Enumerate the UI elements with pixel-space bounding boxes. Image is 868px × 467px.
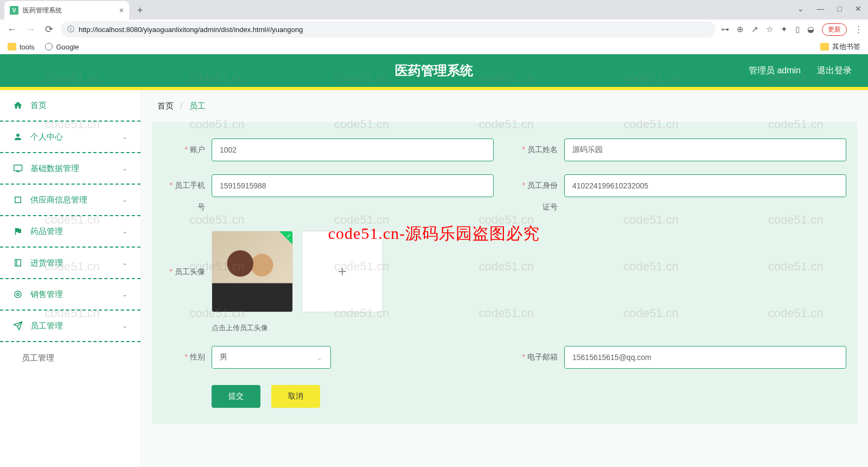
menu-icon[interactable]: ⋮ (854, 24, 863, 34)
book-icon (13, 258, 23, 268)
sidebar-item-drugs[interactable]: 药品管理 ⌄ (0, 216, 141, 248)
flag-icon (13, 226, 23, 236)
sidebar-item-basic-data[interactable]: 基础数据管理 ⌄ (0, 153, 141, 185)
send-icon (13, 321, 23, 331)
label-phone: 员工手机号 (163, 174, 212, 218)
field-account: 账户 (163, 138, 494, 161)
minimize-icon[interactable]: — (817, 4, 825, 13)
sidebar-item-staff[interactable]: 员工管理 ⌄ (0, 311, 141, 342)
plus-icon: + (338, 263, 347, 280)
avatar-upload-button[interactable]: + (302, 231, 383, 312)
profile-icon[interactable]: ◒ (807, 24, 814, 34)
upload-hint: 点击上传员工头像 (212, 323, 846, 333)
bookmark-google[interactable]: Google (45, 43, 79, 51)
back-button[interactable]: ← (5, 23, 18, 36)
label-idcard: 员工身份证号 (515, 174, 564, 218)
sidebar-item-home[interactable]: 首页 (0, 90, 141, 122)
app-title: 医药管理系统 (395, 62, 473, 79)
address-bar: ← → ⟳ ⓘ http://localhost:8080/yiyaoguanl… (0, 20, 868, 39)
label-name: 员工姓名 (515, 138, 564, 160)
monitor-icon (13, 163, 23, 173)
share-icon[interactable]: ↗ (751, 24, 758, 34)
app-header: 医药管理系统 管理员 admin 退出登录 (0, 54, 868, 87)
chevron-down-icon: ⌄ (122, 291, 127, 298)
avatar-thumbnail[interactable] (212, 231, 293, 312)
maximize-icon[interactable]: □ (838, 4, 842, 13)
input-phone[interactable] (212, 174, 494, 197)
close-window-icon[interactable]: ✕ (855, 4, 861, 13)
sidebar-item-supplier[interactable]: 供应商信息管理 ⌄ (0, 185, 141, 216)
browser-tab[interactable]: V 医药管理系统 × (4, 1, 129, 20)
bookmark-other[interactable]: 其他书签 (820, 42, 860, 52)
user-label[interactable]: 管理员 admin (749, 65, 801, 77)
info-icon: ⓘ (67, 24, 74, 34)
update-button[interactable]: 更新 (822, 23, 847, 36)
input-idcard[interactable] (564, 174, 846, 197)
key-icon[interactable]: ⊶ (721, 24, 729, 34)
chevron-down-icon: ⌄ (122, 196, 127, 204)
folder-icon (820, 43, 829, 51)
breadcrumb-home[interactable]: 首页 (157, 101, 174, 110)
sidebar: 首页 个人中心 ⌄ 基础数据管理 ⌄ 供应商信息管理 ⌄ 药品管理 ⌄ 进货管理… (0, 90, 141, 467)
breadcrumb-sep: / (180, 101, 182, 110)
forward-button[interactable]: → (24, 23, 37, 36)
label-gender: 性别 (163, 346, 212, 368)
url-box[interactable]: ⓘ http://localhost:8080/yiyaoguanlixiton… (61, 21, 716, 37)
content: 首页 个人中心 ⌄ 基础数据管理 ⌄ 供应商信息管理 ⌄ 药品管理 ⌄ 进货管理… (0, 90, 868, 467)
star-icon[interactable]: ☆ (766, 24, 773, 34)
input-account[interactable] (212, 138, 494, 161)
cancel-button[interactable]: 取消 (271, 385, 320, 408)
label-account: 账户 (163, 138, 212, 160)
field-email: 电子邮箱 (515, 346, 846, 369)
chevron-down-icon: ⌄ (122, 228, 127, 235)
svg-rect-1 (15, 260, 21, 266)
breadcrumb: 首页 / 员工 (141, 90, 868, 122)
close-icon[interactable]: × (119, 6, 124, 15)
window-controls: ⌄ — □ ✕ (797, 4, 861, 13)
folder-icon (8, 43, 16, 51)
logout-link[interactable]: 退出登录 (817, 65, 852, 77)
svg-point-3 (15, 291, 21, 298)
label-avatar: 员工头像 (163, 231, 212, 312)
extension-icon[interactable]: ✦ (781, 24, 788, 34)
input-email[interactable] (564, 346, 846, 369)
url-text: http://localhost:8080/yiyaoguanlixitong/… (79, 26, 303, 34)
field-avatar: 员工头像 + 点击上传员工头像 (163, 231, 846, 333)
vue-favicon: V (10, 6, 18, 15)
svg-rect-0 (15, 197, 21, 203)
chevron-down-icon[interactable]: ⌄ (797, 4, 804, 13)
select-gender[interactable]: 男 ⌄ (212, 346, 331, 369)
bookmark-tools[interactable]: tools (8, 43, 34, 51)
panel-icon[interactable]: ▯ (795, 24, 800, 34)
sidebar-item-sales[interactable]: 销售管理 ⌄ (0, 279, 141, 311)
translate-icon[interactable]: ⊕ (737, 24, 744, 34)
label-email: 电子邮箱 (515, 346, 564, 368)
bookmark-bar: tools Google 其他书签 (0, 39, 868, 54)
field-gender: 性别 男 ⌄ (163, 346, 494, 369)
user-icon (13, 132, 23, 142)
tab-bar: V 医药管理系统 × + ⌄ — □ ✕ (0, 0, 868, 20)
field-name: 员工姓名 (515, 138, 846, 161)
form-panel: 账户 员工姓名 员工手机号 员工身份证号 (152, 122, 857, 424)
sidebar-item-purchase[interactable]: 进货管理 ⌄ (0, 248, 141, 279)
sidebar-item-profile[interactable]: 个人中心 ⌄ (0, 122, 141, 153)
chevron-down-icon: ⌄ (122, 322, 127, 330)
breadcrumb-current: 员工 (189, 101, 206, 110)
avatar-area: + (212, 231, 846, 312)
home-icon (13, 100, 23, 110)
reload-button[interactable]: ⟳ (42, 23, 55, 36)
check-icon (279, 231, 292, 244)
chevron-down-icon: ⌄ (316, 353, 323, 362)
crop-icon (13, 195, 23, 205)
field-idcard: 员工身份证号 (515, 174, 846, 218)
chevron-down-icon: ⌄ (122, 133, 127, 141)
globe-icon (45, 43, 53, 51)
chevron-down-icon: ⌄ (122, 165, 127, 172)
new-tab-button[interactable]: + (132, 3, 148, 18)
header-right: 管理员 admin 退出登录 (749, 65, 852, 77)
button-row: 提交 取消 (163, 385, 846, 408)
submit-button[interactable]: 提交 (212, 385, 260, 408)
input-name[interactable] (564, 138, 846, 161)
svg-point-4 (17, 293, 20, 296)
sidebar-subitem-staff-manage[interactable]: 员工管理 (0, 342, 141, 374)
